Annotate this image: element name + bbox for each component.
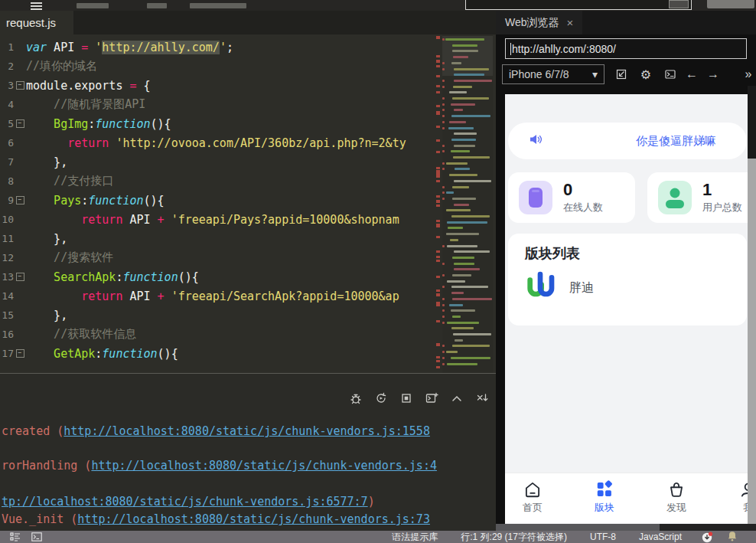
stack-trace-link[interactable]: http://localhost:8080/static/js/chunk-ve… (77, 512, 430, 526)
status-item[interactable]: 行:1 列:29 (17字符被选择) (461, 531, 567, 543)
tab-web-browser[interactable]: Web浏览器 × (496, 11, 582, 34)
minimap-line (454, 268, 481, 270)
device-select[interactable]: iPhone 6/7/8 ▾ (502, 64, 604, 84)
ruler-mark (436, 55, 440, 57)
board-item[interactable]: 胖迪 (525, 269, 594, 307)
minimap-line (452, 298, 492, 300)
outline-icon[interactable] (9, 532, 21, 542)
ruler-mark (436, 360, 440, 362)
minimap-mark (442, 127, 445, 129)
menu-icon[interactable] (31, 2, 42, 9)
fold-column[interactable]: − (14, 196, 26, 204)
minimap[interactable] (442, 34, 493, 373)
status-item[interactable]: JavaScript (639, 532, 682, 542)
stack-trace-link[interactable]: http://localhost:8080/static/js/chunk-ve… (64, 424, 430, 438)
fold-column[interactable]: − (14, 273, 26, 281)
minimap-mark (442, 62, 445, 64)
nav-label: 我 (718, 501, 748, 515)
run-button[interactable] (707, 0, 754, 8)
code-line[interactable]: 9− Pays:function(){ (0, 191, 441, 210)
minimap-line (451, 286, 488, 288)
code-line[interactable]: 5− BgImg:function(){ (0, 114, 441, 133)
code-editor[interactable]: 1var API = 'http://ahlly.com/';2//填你的域名3… (0, 34, 496, 373)
code-line[interactable]: 15 }, (0, 306, 441, 325)
fold-column[interactable]: − (14, 81, 26, 90)
search-option-button[interactable] (669, 0, 689, 8)
code-line[interactable]: 16 //获取软件信息 (0, 325, 441, 344)
minimap-line (454, 74, 484, 76)
collapse-icon[interactable] (449, 391, 464, 406)
vertical-scrollbar[interactable] (748, 86, 756, 524)
restart-icon[interactable] (373, 391, 389, 406)
code-text: }, (26, 155, 67, 169)
notice-banner[interactable]: 你是傻逼胖娣嘛 (508, 123, 747, 159)
open-external-icon[interactable] (614, 67, 629, 82)
update-download-icon[interactable] (702, 532, 713, 543)
code-line[interactable]: 11 }, (0, 229, 441, 248)
terminal-icon[interactable] (31, 532, 43, 542)
code-lines: 1var API = 'http://ahlly.com/';2//填你的域名3… (0, 38, 441, 363)
fold-toggle-icon[interactable]: − (16, 273, 24, 281)
code-line[interactable]: 6 return 'http://ovooa.com/API/360bz/api… (0, 133, 441, 152)
nav-item-me[interactable]: 我 (718, 479, 748, 515)
scrollbar-thumb[interactable] (748, 86, 756, 159)
back-icon[interactable]: ← (684, 67, 699, 82)
code-line[interactable]: 1var API = 'http://ahlly.com/'; (0, 38, 441, 57)
toolbar-search-input[interactable] (465, 0, 692, 10)
fold-toggle-icon[interactable]: − (16, 196, 24, 204)
minimap-line (452, 198, 477, 200)
status-item[interactable]: UTF-8 (590, 532, 616, 542)
url-input[interactable]: http://ahlly.com/:8080/ (505, 38, 747, 59)
code-line[interactable]: 7 }, (0, 152, 441, 172)
code-text: //搜索软件 (26, 250, 113, 265)
debug-icon[interactable] (348, 391, 363, 406)
new-terminal-icon[interactable] (424, 391, 439, 406)
code-line[interactable]: 12 //搜索软件 (0, 248, 441, 267)
bottom-nav: 首页版块发现我 (505, 473, 748, 523)
code-text: SearchApk:function(){ (26, 270, 199, 284)
code-text: return API + 'freeapi/Pays?appid=10000&s… (26, 213, 399, 227)
ruler-mark (436, 139, 440, 142)
fold-column[interactable]: − (14, 119, 26, 128)
fold-toggle-icon[interactable]: − (16, 349, 24, 358)
phone-viewport: 你是傻逼胖娣嘛 0在线人数1用户总数 版块列表 胖迪 首页版块发现我 (505, 94, 748, 524)
code-line[interactable]: 17− GetApk:function(){ (0, 344, 441, 363)
nav-item-home[interactable]: 首页 (505, 479, 563, 515)
minimap-mark (442, 363, 445, 365)
minimap-line (451, 103, 475, 106)
more-tools-icon[interactable]: » (741, 67, 756, 82)
hbuilderx-window: request.js 1var API = 'http://ahlly.com/… (0, 0, 756, 543)
code-line[interactable]: 3−module.exports = { (0, 76, 441, 95)
stat-label: 用户总数 (702, 201, 742, 214)
code-line[interactable]: 14 return API + 'freeapi/SearchApk?appid… (0, 286, 441, 306)
code-text: Pays:function(){ (26, 194, 165, 208)
code-line[interactable]: 4 //随机背景图API (0, 95, 441, 114)
nav-item-grid[interactable]: 版块 (574, 479, 635, 515)
stop-icon[interactable] (399, 391, 414, 406)
minimap-mark (442, 322, 445, 324)
editor-tabstrip: request.js (0, 11, 496, 34)
terminal-icon[interactable] (663, 67, 678, 82)
minimap-mark (442, 357, 445, 359)
clear-console-icon[interactable] (474, 391, 490, 406)
gear-icon[interactable]: ⚙ (638, 67, 653, 82)
nav-item-discover[interactable]: 发现 (646, 479, 707, 515)
ruler-mark (436, 320, 440, 322)
fold-toggle-icon[interactable]: − (16, 119, 24, 128)
code-line[interactable]: 13− SearchApk:function(){ (0, 267, 441, 286)
bell-icon[interactable] (727, 531, 738, 543)
status-item[interactable]: 语法提示库 (392, 531, 438, 543)
code-line[interactable]: 8 //支付接口 (0, 172, 441, 191)
fold-toggle-icon[interactable]: − (16, 81, 24, 90)
fold-column[interactable]: − (14, 349, 26, 358)
code-line[interactable]: 2//填你的域名 (0, 57, 441, 76)
code-line[interactable]: 10 return API + 'freeapi/Pays?appid=1000… (0, 210, 441, 229)
tab-request-js[interactable]: request.js (0, 11, 73, 34)
close-icon[interactable]: × (567, 11, 574, 34)
forward-icon[interactable]: → (705, 67, 721, 82)
minimap-mark (442, 162, 445, 165)
stack-trace-link[interactable]: http://localhost:8080/static/js/chunk-ve… (91, 459, 437, 473)
minimap-mark (442, 298, 445, 300)
stack-trace-link[interactable]: tp://localhost:8080/static/js/chunk-vend… (2, 495, 368, 509)
ruler-mark (436, 236, 440, 238)
